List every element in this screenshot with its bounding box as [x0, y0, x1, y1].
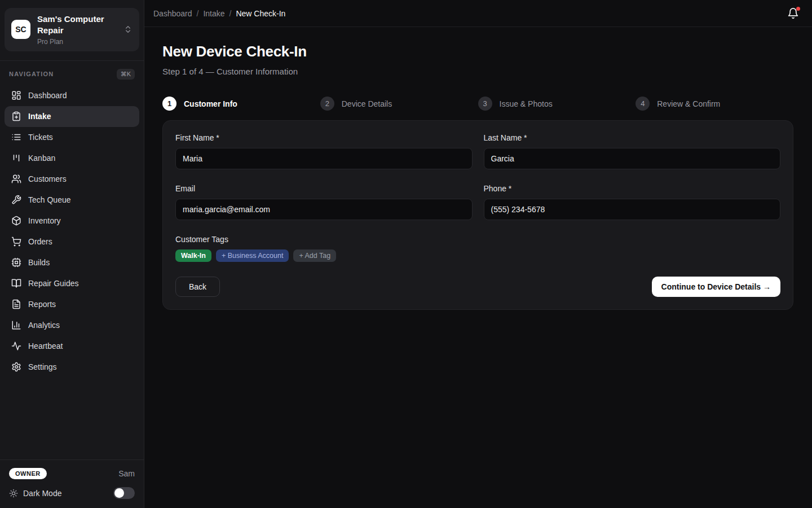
customer-tags-block: Customer Tags Walk-In+ Business Account+…	[175, 235, 780, 262]
email-field-group: Email	[175, 184, 473, 220]
email-input[interactable]	[175, 199, 473, 220]
sidebar-item-label: Customers	[28, 174, 67, 183]
page-subtitle: Step 1 of 4 — Customer Information	[162, 67, 793, 76]
back-button[interactable]: Back	[175, 277, 220, 297]
nav-section-label: NAVIGATION	[9, 71, 54, 77]
step-number: 4	[636, 97, 650, 111]
sidebar-item-tickets[interactable]: Tickets	[5, 127, 139, 148]
notifications-button[interactable]	[787, 7, 800, 20]
step-label: Customer Info	[184, 99, 237, 108]
main: Dashboard / Intake / New Check-In New De…	[144, 0, 812, 508]
page-title: New Device Check-In	[162, 43, 793, 60]
breadcrumb-intake[interactable]: Intake	[203, 9, 224, 18]
first-name-field-group: First Name *	[175, 133, 473, 169]
org-meta: Sam's Computer Repair Pro Plan	[37, 14, 117, 46]
sidebar-item-analytics[interactable]: Analytics	[5, 315, 139, 336]
reports-icon	[11, 299, 21, 309]
customers-icon	[11, 174, 21, 184]
sidebar: SC Sam's Computer Repair Pro Plan NAVIGA…	[0, 0, 144, 508]
sidebar-item-reports[interactable]: Reports	[5, 294, 139, 315]
notification-dot	[796, 7, 800, 11]
step-label: Device Details	[342, 99, 392, 108]
dark-mode-toggle[interactable]	[113, 487, 135, 499]
org-plan: Pro Plan	[37, 38, 117, 46]
sidebar-item-repair-guides[interactable]: Repair Guides	[5, 273, 139, 294]
intake-icon	[11, 111, 21, 121]
tag-business-account[interactable]: + Business Account	[216, 249, 289, 262]
step-4[interactable]: 4Review & Confirm	[636, 97, 793, 111]
sidebar-item-label: Reports	[28, 300, 56, 309]
chevrons-up-down-icon	[123, 25, 133, 34]
toggle-knob	[114, 488, 124, 498]
nav-header: NAVIGATION ⌘K	[0, 60, 144, 84]
sidebar-item-label: Builds	[28, 258, 50, 267]
sidebar-item-orders[interactable]: Orders	[5, 231, 139, 252]
role-badge: OWNER	[9, 468, 47, 479]
nav-list: DashboardIntakeTicketsKanbanCustomersTec…	[0, 84, 144, 379]
last-name-field-group: Last Name *	[484, 133, 781, 169]
topbar: Dashboard / Intake / New Check-In	[144, 0, 812, 27]
sidebar-item-tech-queue[interactable]: Tech Queue	[5, 190, 139, 211]
step-label: Review & Confirm	[657, 99, 720, 108]
tag-walk-in[interactable]: Walk-In	[175, 249, 211, 262]
actions-row: Back Continue to Device Details →	[175, 277, 780, 297]
dashboard-icon	[11, 90, 21, 100]
inventory-icon	[11, 216, 21, 226]
stepper: 1Customer Info2Device Details3Issue & Ph…	[162, 97, 793, 111]
content: New Device Check-In Step 1 of 4 — Custom…	[144, 27, 812, 310]
sidebar-item-builds[interactable]: Builds	[5, 252, 139, 273]
tag-add-tag[interactable]: + Add Tag	[293, 249, 336, 262]
breadcrumb: Dashboard / Intake / New Check-In	[153, 9, 285, 18]
user-name: Sam	[118, 469, 135, 478]
tickets-icon	[11, 132, 21, 142]
sidebar-item-settings[interactable]: Settings	[5, 357, 139, 378]
sidebar-item-customers[interactable]: Customers	[5, 169, 139, 190]
phone-input[interactable]	[484, 199, 781, 220]
last-name-input[interactable]	[484, 148, 781, 169]
step-2[interactable]: 2Device Details	[320, 97, 478, 111]
tech-queue-icon	[11, 195, 21, 205]
sidebar-item-label: Heartbeat	[28, 341, 63, 351]
sidebar-item-label: Analytics	[28, 321, 60, 330]
sidebar-item-label: Tickets	[28, 133, 53, 142]
sidebar-item-label: Tech Queue	[28, 195, 71, 204]
tags-row: Walk-In+ Business Account+ Add Tag	[175, 249, 780, 262]
sidebar-item-label: Inventory	[28, 216, 61, 225]
sidebar-item-inventory[interactable]: Inventory	[5, 211, 139, 231]
phone-field-group: Phone *	[484, 184, 781, 220]
breadcrumb-dashboard[interactable]: Dashboard	[153, 9, 192, 18]
phone-label: Phone *	[484, 184, 781, 193]
breadcrumb-current: New Check-In	[236, 9, 285, 18]
org-avatar: SC	[11, 20, 30, 39]
org-name: Sam's Computer Repair	[37, 14, 117, 37]
sidebar-item-intake[interactable]: Intake	[5, 106, 139, 127]
sidebar-item-label: Dashboard	[28, 91, 67, 100]
dark-mode-label: Dark Mode	[23, 489, 108, 498]
builds-icon	[11, 257, 21, 268]
step-3[interactable]: 3Issue & Photos	[478, 97, 636, 111]
step-number: 3	[478, 97, 492, 111]
sidebar-item-label: Settings	[28, 362, 57, 371]
breadcrumb-separator: /	[230, 9, 232, 18]
sidebar-item-label: Intake	[28, 112, 51, 121]
repair-guides-icon	[11, 278, 21, 288]
sidebar-item-label: Orders	[28, 237, 52, 246]
step-label: Issue & Photos	[500, 99, 553, 108]
first-name-input[interactable]	[175, 148, 473, 169]
sidebar-item-heartbeat[interactable]: Heartbeat	[5, 336, 139, 357]
command-k-shortcut[interactable]: ⌘K	[117, 69, 135, 80]
orders-icon	[11, 237, 21, 247]
org-switcher[interactable]: SC Sam's Computer Repair Pro Plan	[5, 8, 139, 51]
heartbeat-icon	[11, 341, 21, 351]
analytics-icon	[11, 320, 21, 330]
email-label: Email	[175, 184, 473, 193]
breadcrumb-separator: /	[197, 9, 199, 18]
sidebar-item-kanban[interactable]: Kanban	[5, 148, 139, 169]
last-name-label: Last Name *	[484, 133, 781, 142]
customer-info-card: First Name *Last Name *EmailPhone * Cust…	[162, 120, 793, 310]
settings-icon	[11, 362, 21, 372]
step-1[interactable]: 1Customer Info	[162, 97, 320, 111]
kanban-icon	[11, 153, 21, 163]
continue-button[interactable]: Continue to Device Details →	[652, 277, 780, 297]
sidebar-item-dashboard[interactable]: Dashboard	[5, 85, 139, 106]
